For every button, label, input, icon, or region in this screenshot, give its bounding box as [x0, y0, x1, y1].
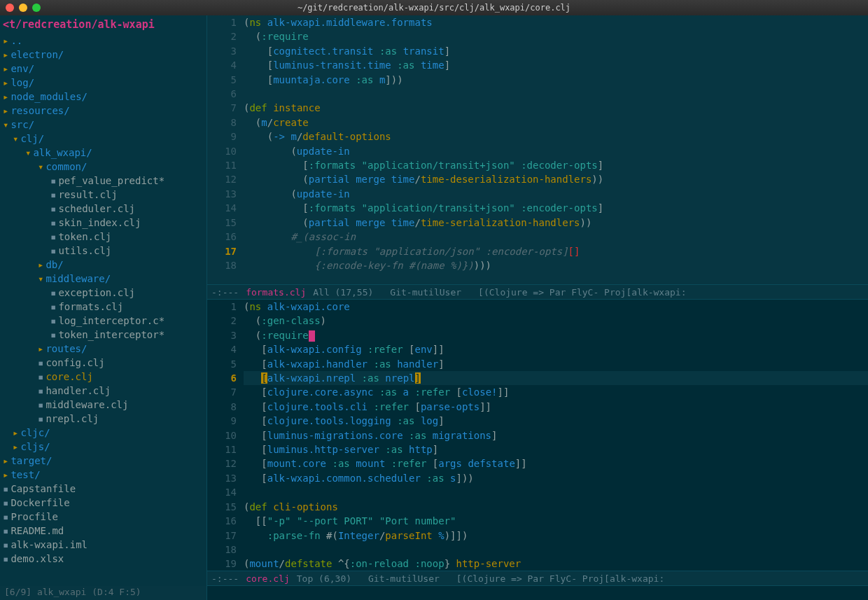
code-line[interactable]: 6 [alk-wxapi.nrepl :as nrepl] [207, 371, 868, 385]
close-icon[interactable] [6, 4, 14, 12]
tree-file[interactable]: ▪Capstanfile [0, 482, 206, 496]
tree-folder[interactable]: ▸electron/ [0, 48, 206, 62]
tree-folder[interactable]: ▾common/ [0, 160, 206, 174]
editor-pane-top[interactable]: 1(ns alk-wxapi.middleware.formats2 (:req… [207, 15, 868, 300]
tree-folder[interactable]: ▸log/ [0, 76, 206, 90]
code-line[interactable]: 8 [clojure.tools.cli :refer [parse-opts]… [207, 400, 868, 414]
zoom-icon[interactable] [32, 4, 41, 12]
tree-file[interactable]: ▪core.clj [0, 370, 206, 384]
tree-file[interactable]: ▪nrepl.clj [0, 412, 206, 426]
code-line[interactable]: 17 :parse-fn #(Integer/parseInt %)]]) [207, 529, 868, 543]
tree-file[interactable]: ▪scheduler.clj [0, 202, 206, 216]
line-content [244, 485, 868, 499]
folder-icon: ▸ [3, 455, 8, 466]
tree-file[interactable]: ▪exception.clj [0, 286, 206, 300]
code-line[interactable]: 10 (update-in [207, 144, 868, 158]
code-line[interactable]: 3 [cognitect.transit :as transit] [207, 44, 868, 58]
code-line[interactable]: 19(mount/defstate ^{:on-reload :noop} ht… [207, 557, 868, 571]
tree-file[interactable]: ▪Procfile [0, 510, 206, 524]
code-line[interactable]: 3 (:require [207, 328, 868, 342]
tree-folder[interactable]: ▸.. [0, 34, 206, 48]
file-tree[interactable]: ▸..▸electron/▸env/▸log/▸node_modules/▸re… [0, 34, 206, 566]
tree-folder[interactable]: ▸cljc/ [0, 426, 206, 440]
code-line[interactable]: 13 (update-in [207, 187, 868, 201]
tree-folder[interactable]: ▸node_modules/ [0, 90, 206, 104]
tree-folder[interactable]: ▸test/ [0, 468, 206, 482]
code-line[interactable]: 5 [alk-wxapi.handler :as handler] [207, 357, 868, 371]
minimize-icon[interactable] [19, 4, 27, 12]
tree-item-label: exception.clj [58, 287, 135, 298]
tree-file[interactable]: ▪token.clj [0, 230, 206, 244]
tree-folder[interactable]: ▸target/ [0, 454, 206, 468]
code-line[interactable]: 1(ns alk-wxapi.core [207, 300, 868, 314]
code-line[interactable]: 17 [:formats "application/json" :encoder… [207, 244, 868, 258]
code-line[interactable]: 8 (m/create [207, 116, 868, 130]
code-line[interactable]: 7 [clojure.core.async :as a :refer [clos… [207, 385, 868, 399]
code-line[interactable]: 18 {:encode-key-fn #(name %)})))) [207, 258, 868, 272]
tree-item-label: README.md [10, 525, 64, 536]
tree-file[interactable]: ▪result.clj [0, 188, 206, 202]
tree-file[interactable]: ▪middleware.clj [0, 398, 206, 412]
code-line[interactable]: 7(def instance [207, 101, 868, 115]
tree-folder[interactable]: ▾clj/ [0, 132, 206, 146]
line-content: [luminus.http-server :as http] [244, 442, 868, 456]
tree-item-label: alk_wxapi/ [33, 147, 92, 158]
tree-file[interactable]: ▪token_interceptor* [0, 328, 206, 342]
code-line[interactable]: 9 (-> m/default-options [207, 130, 868, 144]
code-line[interactable]: 15(def cli-options [207, 500, 868, 514]
tree-item-label: test/ [10, 469, 40, 480]
code-line[interactable]: 18 [207, 543, 868, 557]
tree-folder[interactable]: ▸cljs/ [0, 440, 206, 454]
editor-pane-bottom[interactable]: 1(ns alk-wxapi.core2 (:gen-class)3 (:req… [207, 300, 868, 586]
code-line[interactable]: 2 (:require [207, 29, 868, 43]
tree-folder[interactable]: ▸db/ [0, 258, 206, 272]
tree-file[interactable]: ▪handler.clj [0, 384, 206, 398]
tree-folder[interactable]: ▾middleware/ [0, 272, 206, 286]
code-line[interactable]: 10 [luminus-migrations.core :as migratio… [207, 428, 868, 442]
tree-folder[interactable]: ▾alk_wxapi/ [0, 146, 206, 160]
code-line[interactable]: 14 [207, 485, 868, 499]
tree-file[interactable]: ▪formats.clj [0, 300, 206, 314]
code-line[interactable]: 12 [mount.core :as mount :refer [args de… [207, 456, 868, 470]
tree-file[interactable]: ▪alk-wxapi.iml [0, 538, 206, 552]
code-line[interactable]: 6 [207, 87, 868, 101]
code-line[interactable]: 5 [muuntaja.core :as m])) [207, 73, 868, 87]
code-line[interactable]: 14 [:formats "application/transit+json" … [207, 201, 868, 215]
modeline-position: Top (6,30) [297, 573, 351, 584]
code-line[interactable]: 11 [luminus.http-server :as http] [207, 442, 868, 456]
tree-file[interactable]: ▪pef_value_predict* [0, 174, 206, 188]
folder-icon: ▸ [3, 35, 8, 46]
tree-file[interactable]: ▪demo.xlsx [0, 552, 206, 566]
minibuffer[interactable] [207, 586, 868, 600]
code-line[interactable]: 16 [["-p" "--port PORT" "Port number" [207, 514, 868, 528]
code-line[interactable]: 9 [clojure.tools.logging :as log] [207, 414, 868, 428]
tree-folder[interactable]: ▸resources/ [0, 104, 206, 118]
folder-icon: ▾ [38, 161, 43, 172]
folder-icon: ▸ [3, 91, 8, 102]
code-line[interactable]: 13 [alk-wxapi.common.scheduler :as s])) [207, 471, 868, 485]
line-number: 5 [207, 357, 244, 371]
tree-file[interactable]: ▪config.clj [0, 356, 206, 370]
file-tree-sidebar[interactable]: <t/redcreation/alk-wxapi ▸..▸electron/▸e… [0, 15, 207, 600]
code-line[interactable]: 4 [luminus-transit.time :as time] [207, 58, 868, 72]
tree-file[interactable]: ▪README.md [0, 524, 206, 538]
code-line[interactable]: 4 [alk-wxapi.config :refer [env]] [207, 342, 868, 356]
tree-folder[interactable]: ▾src/ [0, 118, 206, 132]
tree-file[interactable]: ▪log_interceptor.c* [0, 314, 206, 328]
code-line[interactable]: 2 (:gen-class) [207, 314, 868, 328]
code-line[interactable]: 11 [:formats "application/transit+json" … [207, 158, 868, 172]
code-line[interactable]: 16 #_(assoc-in [207, 230, 868, 244]
code-view-bottom[interactable]: 1(ns alk-wxapi.core2 (:gen-class)3 (:req… [207, 300, 868, 571]
tree-file[interactable]: ▪skin_index.clj [0, 216, 206, 230]
code-line[interactable]: 1(ns alk-wxapi.middleware.formats [207, 15, 868, 29]
code-line[interactable]: 15 (partial merge time/time-serializatio… [207, 216, 868, 230]
tree-folder[interactable]: ▸routes/ [0, 342, 206, 356]
code-view-top[interactable]: 1(ns alk-wxapi.middleware.formats2 (:req… [207, 15, 868, 284]
code-line[interactable]: 12 (partial merge time/time-deserializat… [207, 172, 868, 186]
tree-item-label: env/ [10, 63, 34, 74]
tree-file[interactable]: ▪Dockerfile [0, 496, 206, 510]
tree-item-label: src/ [10, 119, 34, 130]
tree-file[interactable]: ▪utils.clj [0, 244, 206, 258]
tree-folder[interactable]: ▸env/ [0, 62, 206, 76]
project-root-header: <t/redcreation/alk-wxapi [0, 17, 206, 34]
